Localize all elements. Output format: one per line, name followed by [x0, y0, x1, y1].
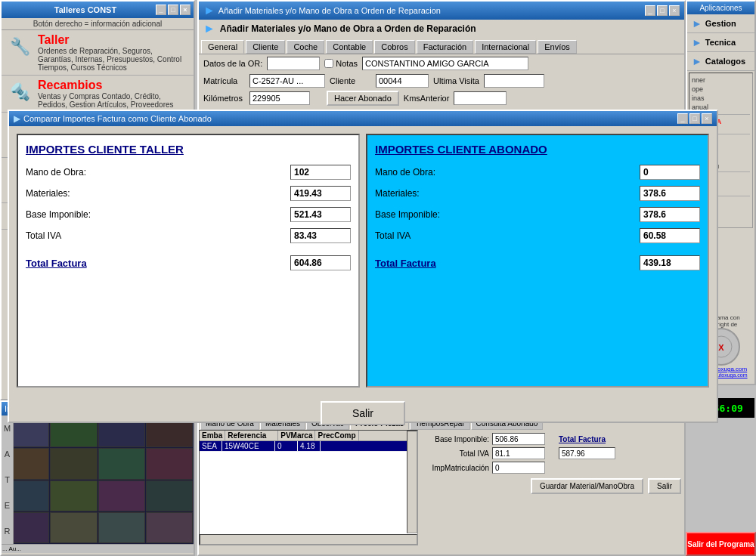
tab-cobros[interactable]: Cobros — [374, 40, 414, 54]
matricula-row: Matrícula Cliente Ultima Visita — [199, 73, 684, 89]
info-inas[interactable]: inas — [692, 94, 750, 103]
img-cell-12 — [146, 480, 193, 511]
catalogos-arrow-icon: ► — [692, 55, 702, 67]
maximize-button[interactable]: □ — [168, 5, 178, 15]
compare-body: IMPORTES CLIENTE TALLER Mano de Obra: 10… — [9, 126, 717, 395]
right-item-tecnica[interactable]: ► Tecnica — [687, 33, 754, 52]
img-cell-10 — [50, 480, 97, 511]
right-item-gestion[interactable]: ► Gestion — [687, 14, 754, 33]
img-cell-6 — [50, 448, 97, 479]
taller-base-imponible-value: 521.43 — [290, 207, 351, 222]
client-name-input[interactable] — [362, 57, 528, 70]
compare-minimize-button[interactable]: _ — [677, 113, 688, 124]
tab-coche[interactable]: Coche — [287, 40, 324, 54]
image-status: ... Au... — [2, 545, 193, 552]
compare-dialog-title: Comparar Importes Factura como Cliente A… — [23, 114, 212, 123]
img-cell-15 — [98, 512, 145, 543]
abonado-total-label: Total Factura — [375, 258, 436, 269]
or-row: Datos de la OR: Notas — [199, 54, 684, 73]
right-item-catalogos[interactable]: ► Catalogos — [687, 52, 754, 71]
imp-matriculacion-input[interactable] — [492, 462, 545, 474]
kilometros-label: Kilómetros — [203, 94, 245, 103]
kms-anterior-label: KmsAnterior — [404, 94, 450, 103]
total-factura-input[interactable] — [559, 447, 615, 459]
table-row[interactable]: SEA 15W40CE 0 4.18 — [200, 441, 407, 452]
imp-matriculacion-row: ImpMatriculación — [421, 462, 681, 474]
image-panel-content: MATER — [2, 415, 194, 544]
taller-materiales-row: Materiales: 419.43 — [26, 186, 351, 201]
tab-cliente[interactable]: Cliente — [246, 40, 285, 54]
taller-panel-title: IMPORTES CLIENTE TALLER — [26, 143, 351, 156]
close-button[interactable]: × — [180, 5, 191, 15]
cliente-input[interactable] — [376, 74, 429, 88]
compare-maximize-button[interactable]: □ — [689, 113, 700, 124]
recambios-icon: 🔩 — [6, 79, 33, 106]
horizontal-scrollbar[interactable] — [200, 534, 417, 545]
compare-dialog-header: ▶ Comparar Importes Factura como Cliente… — [9, 111, 717, 126]
taller-materiales-label: Materiales: — [26, 188, 70, 199]
tab-facturacion[interactable]: Facturación — [417, 40, 473, 54]
abonado-base-imponible-label: Base Imponible: — [375, 209, 440, 220]
main-window-title: Añadir Materiales y/o Mano de Obra a Ord… — [218, 6, 441, 15]
minimize-button[interactable]: _ — [156, 5, 166, 15]
gestion-arrow-icon: ► — [692, 17, 702, 29]
taller-total-label: Total Factura — [26, 258, 87, 269]
taller-base-imponible-label: Base Imponible: — [26, 209, 91, 220]
exit-button[interactable]: Salir del Programa — [686, 532, 756, 556]
subtitle-row: ► Añadir Materiales y/o Mano de Obra a O… — [199, 20, 684, 38]
subtitle-text: Añadir Materiales y/o Mano de Obra a Ord… — [220, 23, 476, 34]
main-minimize-button[interactable]: _ — [645, 5, 655, 16]
bottom-right: Base Imponible: Total Factura Total IVA … — [418, 430, 684, 545]
abonado-panel-title: IMPORTES CLIENTE ABONADO — [375, 143, 700, 156]
abonado-total-value: 439.18 — [640, 255, 700, 270]
sidebar-item-taller[interactable]: 🔧 Taller Ordenes de Reparación, Seguros,… — [2, 30, 194, 76]
total-factura-label[interactable]: Total Factura — [559, 435, 606, 443]
taller-total-row: Total Factura 604.86 — [26, 255, 351, 270]
tab-general[interactable]: General — [201, 40, 244, 54]
base-imponible-input[interactable] — [492, 433, 545, 445]
compare-close-button[interactable]: × — [702, 113, 712, 124]
info-nner[interactable]: nner — [692, 76, 750, 85]
tecnica-label: Tecnica — [705, 38, 736, 47]
taller-mano-obra-value: 102 — [290, 165, 351, 180]
img-cell-11 — [98, 480, 145, 511]
exit-button-label: Salir del Programa — [687, 540, 754, 548]
imp-matriculacion-label: ImpMatriculación — [421, 464, 489, 472]
kms-anterior-input[interactable] — [454, 91, 507, 105]
tab-internacional[interactable]: Internacional — [475, 40, 536, 54]
abonado-total-iva-label: Total IVA — [375, 230, 411, 241]
bottom-salir-button[interactable]: Salir — [648, 478, 681, 494]
matricula-label: Matrícula — [203, 76, 245, 85]
taller-materiales-value: 419.43 — [290, 186, 351, 201]
total-iva-input[interactable] — [492, 447, 545, 459]
tab-envios[interactable]: Envíos — [538, 40, 577, 54]
kilometros-row: Kilómetros Hacer Abonado KmsAnterior — [199, 89, 684, 107]
table-data: Emba Referencia PVMarca PrecComp SEA 15W… — [200, 431, 407, 533]
taller-mano-obra-row: Mano de Obra: 102 — [26, 165, 351, 180]
img-cell-8 — [146, 448, 193, 479]
kilometros-input[interactable] — [249, 91, 310, 105]
notas-checkbox[interactable] — [324, 59, 333, 68]
main-close-button[interactable]: × — [669, 5, 680, 16]
vertical-scrollbar[interactable] — [407, 431, 417, 533]
hacer-abonado-button[interactable]: Hacer Abonado — [327, 91, 399, 106]
main-window-header: ► Añadir Materiales y/o Mano de Obra a O… — [199, 2, 684, 20]
or-input[interactable] — [267, 57, 320, 70]
ultima-visita-input[interactable] — [484, 74, 544, 88]
notas-label: Notas — [336, 59, 358, 68]
abonado-materiales-value: 378.6 — [640, 186, 700, 201]
abonado-base-imponible-row: Base Imponible: 378.6 — [375, 207, 700, 222]
bottom-content: Emba Referencia PVMarca PrecComp SEA 15W… — [199, 430, 684, 545]
guardar-button[interactable]: Guardar Material/ManoObra — [531, 478, 643, 494]
matricula-input[interactable] — [249, 74, 325, 88]
total-iva-label: Total IVA — [421, 449, 489, 458]
main-maximize-button[interactable]: □ — [657, 5, 668, 16]
taller-total-iva-value: 83.43 — [290, 228, 351, 243]
compare-salir-button[interactable]: Salir — [321, 401, 405, 425]
tab-contable[interactable]: Contable — [326, 40, 373, 54]
salir-row: Salir — [9, 395, 717, 431]
sidebar-item-recambios[interactable]: 🔩 Recambios Ventas y Compras Contado, Cr… — [2, 76, 194, 113]
total-iva-row: Total IVA — [421, 447, 681, 459]
info-ope[interactable]: ope — [692, 85, 750, 94]
recambios-title: Recambios — [38, 79, 189, 92]
